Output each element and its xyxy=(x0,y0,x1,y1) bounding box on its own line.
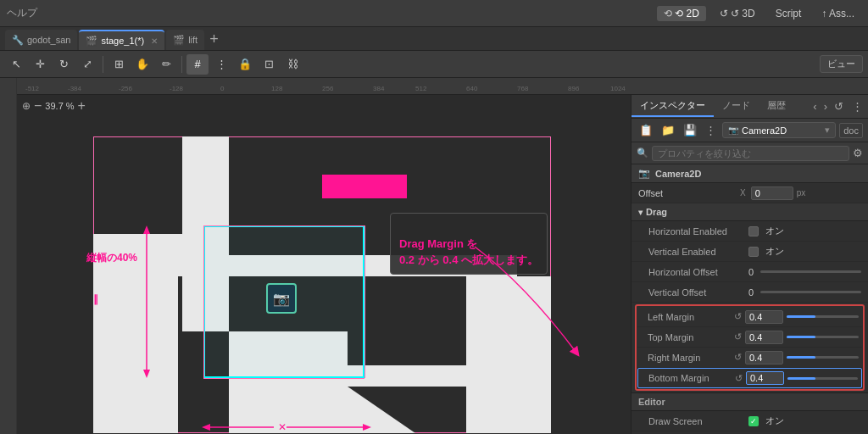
drag-section-header[interactable]: ▾ Drag xyxy=(632,203,868,221)
prop-offset-row: Offset X px xyxy=(632,183,868,203)
camera2d-section-icon: 📷 xyxy=(638,168,650,179)
tab-stage1[interactable]: 🎬 stage_1(*) ✕ xyxy=(79,30,164,50)
left-margin-slider[interactable] xyxy=(787,315,859,318)
grid-tool[interactable]: ⊞ xyxy=(108,54,130,75)
pan-tool[interactable]: ✋ xyxy=(131,54,153,75)
link-tool[interactable]: ⛓ xyxy=(281,54,303,75)
top-margin-reset[interactable]: ↺ xyxy=(734,331,742,342)
v-offset-slider[interactable] xyxy=(760,291,861,293)
prop-right-margin-row: Right Margin ↺ xyxy=(637,348,862,368)
inspector-next-btn[interactable]: › xyxy=(821,98,831,114)
toolbar-sep-1 xyxy=(103,56,103,73)
block-left-wall xyxy=(93,276,178,433)
h-offset-value: 0 xyxy=(748,267,861,277)
top-margin-input[interactable] xyxy=(745,331,783,344)
filter-icon[interactable]: ⚙ xyxy=(853,147,863,159)
inspector-tab-row: インスペクター ノード 層歴 ‹ › ↺ ⋮ xyxy=(632,95,868,119)
script-button[interactable]: Script xyxy=(769,6,809,21)
prop-v-enabled-row: Vertical Enabled オン xyxy=(632,242,868,262)
pink-annotation-rect xyxy=(322,175,407,198)
prop-h-enabled-row: Horizontal Enabled オン xyxy=(632,221,868,242)
left-margin-reset[interactable]: ↺ xyxy=(734,311,742,322)
doc-btn[interactable]: doc xyxy=(839,123,863,138)
right-margin-reset[interactable]: ↺ xyxy=(734,352,742,363)
v-offset-value: 0 xyxy=(748,287,861,298)
ruler-corner xyxy=(0,78,17,95)
block-right-wall xyxy=(466,276,551,433)
right-margin-slider[interactable] xyxy=(787,356,859,359)
h-enabled-label: Horizontal Enabled xyxy=(638,226,748,236)
top-margin-slider[interactable] xyxy=(787,336,859,338)
zoom-plus-icon[interactable]: + xyxy=(78,98,86,114)
inspector-menu-btn[interactable]: ↺ xyxy=(831,98,847,114)
scale-tool[interactable]: ⤢ xyxy=(76,54,98,75)
inspector-more-btn[interactable]: ⋮ xyxy=(847,98,868,114)
tab-godot-san[interactable]: 🔧 godot_san xyxy=(5,30,77,50)
tab-lift-icon: 🎬 xyxy=(173,35,185,46)
properties-panel: 📷 Camera2D Offset X px ▾ Drag Horizontal… xyxy=(632,164,868,434)
bottom-margin-label: Bottom Margin xyxy=(642,373,735,383)
property-search-bar: 🔍 ⚙ xyxy=(632,142,868,164)
zoom-minus-icon[interactable]: − xyxy=(34,98,42,114)
callout-text: Drag Margin を 0.2 から 0.4 へ拡大します。 xyxy=(399,237,538,267)
node-selector-dropdown[interactable]: 📷 Camera2D ▾ xyxy=(722,122,836,138)
right-margin-input[interactable] xyxy=(745,351,783,364)
prop-draw-screen-row: Draw Screen ✓ オン xyxy=(632,411,868,431)
v-offset-number: 0 xyxy=(748,287,754,298)
dropdown-arrow-icon: ▾ xyxy=(825,125,830,136)
margin-line-bottom xyxy=(203,378,364,379)
move-tool[interactable]: ✛ xyxy=(29,54,51,75)
mode-2d-button[interactable]: ⟲ ⟲ 2D xyxy=(657,6,706,21)
more-tool[interactable]: ⋮ xyxy=(210,54,232,75)
left-margin-input[interactable] xyxy=(745,310,783,324)
bottom-margin-slider[interactable] xyxy=(787,377,858,380)
tab-stage1-close[interactable]: ✕ xyxy=(151,36,158,46)
inspector-prev-btn[interactable]: ‹ xyxy=(810,98,820,114)
bottom-margin-value: ↺ xyxy=(735,371,858,385)
tab-add-button[interactable]: + xyxy=(206,29,222,49)
tab-lift-label: lift xyxy=(188,35,198,45)
callout-box: Drag Margin を 0.2 から 0.4 へ拡大します。 xyxy=(390,213,548,275)
lock-tool[interactable]: 🔒 xyxy=(234,54,256,75)
select-tool[interactable]: ↖ xyxy=(5,54,27,75)
tab-node[interactable]: ノード xyxy=(714,96,759,117)
h-offset-slider[interactable] xyxy=(760,270,861,273)
asset-button[interactable]: ↑ Ass... xyxy=(815,6,861,21)
snap-tool[interactable]: # xyxy=(186,54,209,75)
h-enabled-checkbox[interactable] xyxy=(748,226,759,236)
v-offset-label: Vertical Offset xyxy=(638,287,748,298)
offset-x-input[interactable] xyxy=(751,186,793,200)
zoom-controls: ⊕ − 39.7 % + xyxy=(22,98,86,114)
group-tool[interactable]: ⊡ xyxy=(258,54,280,75)
tab-lift[interactable]: 🎬 lift xyxy=(166,30,204,50)
block-right-platform xyxy=(348,365,466,387)
draw-screen-checkbox[interactable]: ✓ xyxy=(748,416,759,426)
tab-history[interactable]: 層歴 xyxy=(759,96,794,117)
node-icon-btn-3[interactable]: 💾 xyxy=(681,122,699,138)
top-margin-label: Top Margin xyxy=(641,332,734,342)
bottom-margin-reset[interactable]: ↺ xyxy=(735,373,743,384)
draw-screen-value: ✓ オン xyxy=(748,415,861,427)
property-search-input[interactable] xyxy=(652,146,849,161)
vertical-ruler xyxy=(0,95,17,434)
camera2d-node[interactable]: 📷 xyxy=(266,283,297,314)
node-type-icon: 📷 xyxy=(728,125,738,135)
horizontal-ruler: -512 -384 -256 -128 0 128 256 384 512 64… xyxy=(17,78,868,94)
margin-highlight-box: Left Margin ↺ Top Margin ↺ xyxy=(635,304,865,391)
mode-2d-icon: ⟲ xyxy=(664,8,672,19)
node-icon-btn-1[interactable]: 📋 xyxy=(637,122,655,138)
zoom-move-icon: ⊕ xyxy=(22,100,31,112)
node-more-btn[interactable]: ⋮ xyxy=(703,122,719,138)
draw-tool[interactable]: ✏ xyxy=(155,54,177,75)
offset-x-label: X xyxy=(740,188,746,198)
tab-stage1-label: stage_1(*) xyxy=(101,36,144,46)
view-button[interactable]: ビュー xyxy=(820,55,863,73)
bottom-margin-input[interactable] xyxy=(746,371,784,385)
v-enabled-checkbox[interactable] xyxy=(748,247,759,257)
mode-3d-button[interactable]: ↺ ↺ 3D xyxy=(713,6,762,21)
tab-inspector[interactable]: インスペクター xyxy=(632,96,714,117)
mode-3d-icon: ↺ xyxy=(720,8,728,19)
rotate-tool[interactable]: ↻ xyxy=(53,54,75,75)
node-icon-btn-2[interactable]: 📁 xyxy=(659,122,677,138)
top-margin-value: ↺ xyxy=(734,331,859,344)
